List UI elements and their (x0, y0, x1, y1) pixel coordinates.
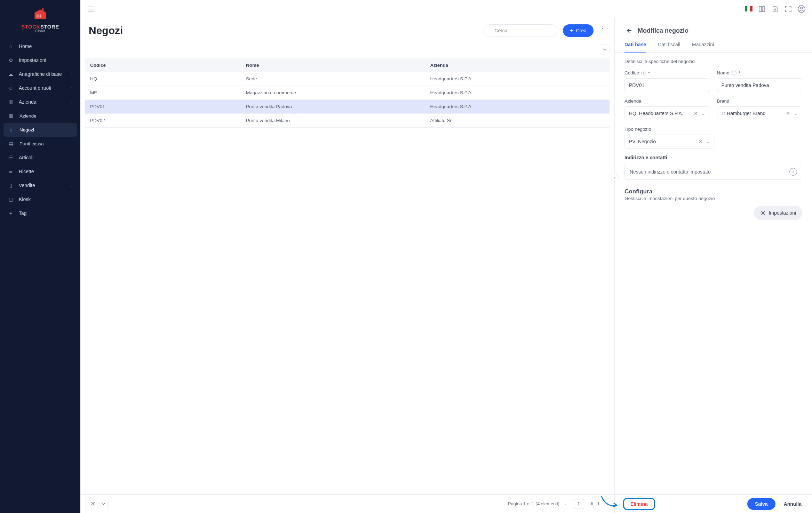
receipt-icon: ▯ (8, 183, 14, 188)
svg-rect-1 (38, 15, 39, 16)
settings-button[interactable]: Impostazioni (754, 206, 802, 220)
svg-rect-3 (37, 16, 38, 17)
label-name: Nome i * (717, 70, 803, 75)
search-input[interactable] (494, 27, 556, 34)
tag-icon: ⌖ (8, 210, 14, 216)
table-row[interactable]: HQ Sede Headquarters S.P.A. (85, 72, 610, 86)
cell-company: Headquarters S.P.A. (425, 90, 610, 95)
flag-italy-icon[interactable] (745, 5, 753, 13)
table-row[interactable]: PDV02 Punto vendita Milano Affiliato Srl (85, 114, 610, 128)
brand-select[interactable]: 1: Hamburger Brand ✕⌄ (717, 106, 803, 120)
sidebar-item-label: Ricette (19, 169, 34, 174)
filter-row (80, 45, 614, 58)
svg-point-11 (801, 7, 803, 9)
info-icon[interactable]: i (732, 71, 737, 75)
address-empty: Nessun indirizzo o contatto impostato (630, 169, 711, 175)
sidebar-item-label: Punti cassa (19, 141, 44, 146)
address-box[interactable]: Nessun indirizzo o contatto impostato + (624, 164, 802, 180)
sidebar-item-accounts[interactable]: ☺Account e ruoli› (0, 81, 80, 95)
sidebar-item-label: Home (19, 43, 32, 49)
detail-header: Modifica negozio (615, 18, 812, 38)
type-select[interactable]: PV: Negozio ✕⌄ (624, 135, 715, 149)
fullscreen-icon[interactable] (784, 5, 793, 13)
cell-code: ME (85, 90, 241, 95)
chevron-down-icon[interactable]: ⌄ (794, 111, 798, 116)
clear-icon[interactable]: ✕ (699, 139, 703, 144)
col-company[interactable]: Azienda (425, 63, 610, 68)
hamburger-icon[interactable] (87, 5, 95, 13)
prev-page-button[interactable]: ‹ (564, 501, 568, 506)
chevron-down-icon (603, 48, 606, 50)
page-input[interactable] (572, 499, 585, 509)
cancel-button[interactable]: Annulla (782, 501, 804, 507)
svg-rect-6 (42, 8, 43, 11)
chevron-down-icon[interactable]: ⌄ (706, 139, 710, 144)
chevron-down-icon[interactable]: ⌄ (701, 111, 706, 116)
page-size-select[interactable]: 20 (87, 499, 109, 509)
tab-label: Dati fiscali (658, 42, 680, 47)
back-button[interactable] (624, 26, 633, 35)
cell-name: Magazzino e-commerce (241, 90, 425, 95)
sidebar-item-kiosk[interactable]: ▢Kiosk› (0, 192, 80, 206)
sidebar-item-label: Articoli (19, 155, 33, 160)
cell-name: Punto vendita Milano (241, 118, 425, 123)
sidebar-item-recipes[interactable]: ≣Ricette (0, 165, 80, 178)
info-icon[interactable]: i (641, 71, 646, 75)
pager-summary: Pagina 1 di 1 (4 elementi) (508, 501, 559, 506)
sidebar-item-tag[interactable]: ⌖Tag (0, 206, 80, 220)
plus-icon: + (570, 28, 573, 33)
sidebar-item-sales[interactable]: ▯Vendite› (0, 178, 80, 192)
col-code[interactable]: Codice (85, 63, 241, 68)
expand-filters-button[interactable] (600, 45, 610, 54)
sidebar-item-basedata[interactable]: ☁Anagrafiche di base› (0, 67, 80, 81)
label-type: Tipo negozio (624, 127, 715, 132)
profile-icon[interactable] (797, 5, 806, 13)
sidebar-item-companies[interactable]: ▦Aziende (0, 109, 80, 123)
config-heading: Configura (624, 188, 802, 195)
delete-button[interactable]: Elimina (623, 498, 655, 510)
clear-icon[interactable]: ✕ (694, 111, 698, 116)
next-page-button[interactable]: › (604, 501, 608, 506)
sidebar-item-items[interactable]: ☰Articoli (0, 151, 80, 165)
col-name[interactable]: Nome (241, 63, 425, 68)
tab-basedata[interactable]: Dati base (624, 42, 646, 52)
workspace: Negozi + Crea ⋮ Codice (80, 18, 812, 513)
sidebar-item-pos[interactable]: ▤Punti cassa (0, 137, 80, 151)
sidebar-item-label: Anagrafiche di base (19, 71, 62, 77)
sidebar: STOCKSTORE Cloud ⌂Home ⚙Impostazioni ☁An… (0, 0, 80, 513)
field-name: Nome i * (717, 70, 803, 92)
label-brand: Brand (717, 98, 803, 104)
name-field[interactable] (717, 78, 803, 92)
table-row[interactable]: PDV01 Punto vendita Padova Headquarters … (85, 100, 610, 114)
chevron-down-icon: › (70, 101, 74, 103)
user-icon: ☺ (8, 85, 14, 91)
export-icon[interactable] (771, 5, 779, 13)
sidebar-item-stores[interactable]: ⌂Negozi (3, 123, 77, 137)
create-button[interactable]: + Crea (563, 24, 594, 37)
address-heading: Indirizzo e contatti (624, 155, 802, 160)
table-row[interactable]: ME Magazzino e-commerce Headquarters S.P… (85, 86, 610, 100)
of-label: di (589, 501, 593, 506)
add-address-button[interactable]: + (789, 168, 797, 176)
code-field[interactable] (624, 78, 710, 92)
svg-rect-8 (747, 6, 750, 11)
field-brand: Brand 1: Hamburger Brand ✕⌄ (717, 98, 803, 120)
sidebar-item-label: Account e ruoli (19, 85, 51, 91)
company-select[interactable]: HQ: Headquarters S.P.A. ✕⌄ (624, 106, 710, 120)
book-icon[interactable] (758, 5, 766, 13)
tab-fiscal[interactable]: Dati fiscali (658, 42, 680, 52)
sidebar-item-home[interactable]: ⌂Home (0, 39, 80, 53)
chevron-right-icon: › (71, 183, 73, 188)
sidebar-item-company[interactable]: ▥Azienda› (0, 95, 80, 109)
collapse-panel-button[interactable]: ‹ (611, 174, 619, 182)
clear-icon[interactable]: ✕ (786, 111, 790, 116)
more-button[interactable]: ⋮ (599, 27, 606, 34)
sidebar-item-label: Kiosk (19, 197, 31, 202)
table-header-row: Codice Nome Azienda (85, 58, 610, 72)
sidebar-item-settings[interactable]: ⚙Impostazioni (0, 53, 80, 67)
field-company: Azienda HQ: Headquarters S.P.A. ✕⌄ (624, 98, 710, 120)
cell-company: Affiliato Srl (425, 118, 610, 123)
save-button[interactable]: Salva (747, 498, 775, 510)
tab-warehouses[interactable]: Magazzini (692, 42, 714, 52)
search-input-wrap[interactable] (484, 24, 557, 37)
